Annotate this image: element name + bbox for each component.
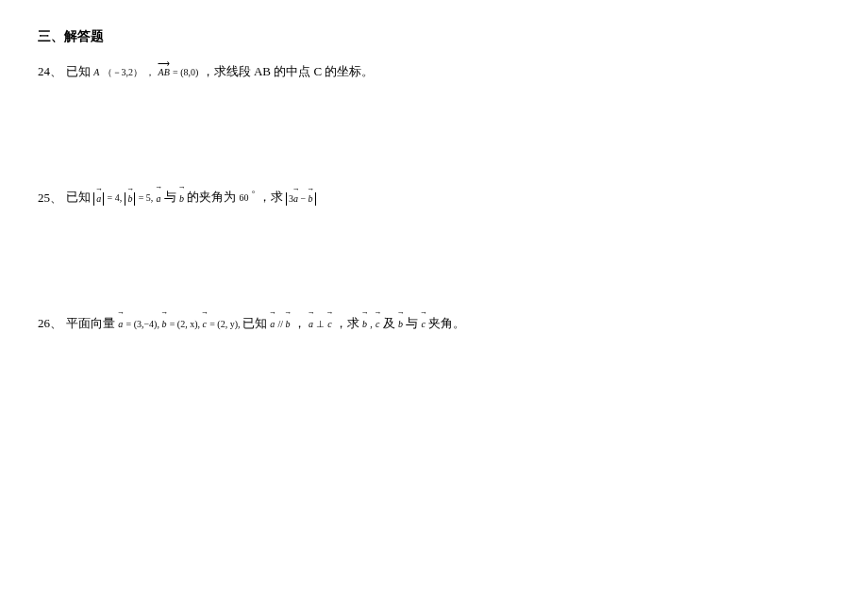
vec-a: a <box>96 192 101 206</box>
text-mid: ，求线段 AB 的中点 C 的坐标。 <box>202 64 375 78</box>
vec-a: a <box>118 316 123 333</box>
eq-b: = (2, x), <box>170 319 203 329</box>
point-a-coords: （－3,2） <box>103 67 143 77</box>
vec-c-2: c <box>327 316 331 333</box>
vec-ab-value: = (8,0) <box>173 67 198 77</box>
eq-a: = 4, <box>108 193 123 204</box>
problem-25: 25、 已知 a = 4, b = 5, a 与 b 的夹角为 60 ° ，求 … <box>38 186 830 208</box>
vec-b-3: b <box>362 316 367 333</box>
section-title: 三、解答题 <box>38 28 830 45</box>
comma-2: ，求 <box>335 316 359 330</box>
angle-val: 60 <box>240 193 249 204</box>
comma-1: ， <box>293 316 306 330</box>
text-angle: 的夹角为 <box>187 191 236 205</box>
abs-a: a <box>93 192 104 206</box>
vec-b-2: b <box>286 316 291 333</box>
problem-number: 24、 <box>38 60 62 82</box>
eq-c: = (2, y), <box>209 319 242 329</box>
vec-b: b <box>127 192 132 206</box>
vec-b-3: b <box>309 192 313 206</box>
eq-b: = 5, <box>139 193 154 204</box>
abs-b: b <box>125 192 135 206</box>
text-prefix: 已知 <box>66 191 91 205</box>
problem-content: 已知 A （－3,2） ， AB = (8,0) ，求线段 AB 的中点 C 的… <box>66 60 374 82</box>
vec-a-2: a <box>270 316 275 333</box>
dot-sep: , <box>370 319 373 329</box>
point-a-label: A <box>93 67 99 77</box>
angle-degree: ° <box>252 189 256 198</box>
vec-c-3: c <box>376 316 379 333</box>
problem-26: 26、 平面向量 a = (3,−4), b = (2, x), c = (2,… <box>38 312 830 334</box>
text-with: 与 <box>406 316 418 330</box>
text-prefix: 已知 <box>66 64 91 78</box>
perp-symbol: ⊥ <box>316 319 327 329</box>
vec-b-4: b <box>398 316 403 333</box>
parallel-symbol: // <box>278 319 286 329</box>
text-comma: ，求 <box>259 191 283 205</box>
vec-c-4: c <box>422 316 426 333</box>
problem-content: 已知 a = 4, b = 5, a 与 b 的夹角为 60 ° ，求 3a −… <box>66 186 316 208</box>
vec-a-3: a <box>309 316 313 333</box>
problem-number: 25、 <box>38 187 62 208</box>
problem-content: 平面向量 a = (3,−4), b = (2, x), c = (2, y),… <box>66 312 465 334</box>
text-prefix: 平面向量 <box>66 316 115 330</box>
vec-a-3: a <box>293 192 298 206</box>
abs-expr: 3a − b <box>286 192 316 206</box>
vec-c: c <box>203 316 207 333</box>
vec-b: b <box>161 316 166 333</box>
problem-number: 26、 <box>38 312 62 334</box>
vec-b-2: b <box>179 191 184 207</box>
vec-a-2: a <box>157 191 161 207</box>
text-with: 与 <box>164 191 176 205</box>
sep: ， <box>145 67 155 77</box>
text-and: 及 <box>383 316 395 330</box>
vector-ab: AB <box>159 64 170 81</box>
text-angle: 夹角。 <box>428 316 465 330</box>
problem-24: 24、 已知 A （－3,2） ， AB = (8,0) ，求线段 AB 的中点… <box>38 60 830 82</box>
text-known: 已知 <box>242 316 267 330</box>
eq-a: = (3,−4), <box>126 319 162 329</box>
